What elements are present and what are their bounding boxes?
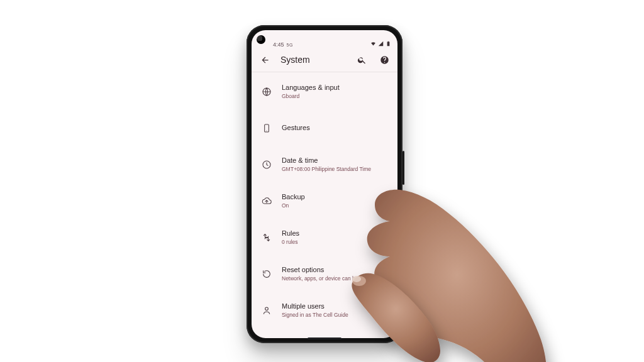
row-title: Date & time	[282, 156, 371, 165]
back-button[interactable]	[258, 53, 272, 67]
search-button[interactable]	[355, 53, 369, 67]
row-subtitle: Network, apps, or device can be reset	[282, 275, 372, 282]
signal-icon	[378, 41, 384, 48]
phone-screen: 4:45 5G System	[252, 30, 397, 338]
rules-icon	[260, 231, 273, 244]
front-camera	[257, 35, 265, 44]
row-subtitle: On	[282, 202, 305, 209]
svg-point-4	[265, 307, 269, 310]
gesture-icon	[260, 122, 273, 134]
cloud-upload-icon	[260, 195, 273, 207]
row-multiple-users[interactable]: Multiple users Signed in as The Cell Gui…	[252, 292, 397, 329]
row-subtitle: Signed in as The Cell Guide	[282, 312, 348, 319]
arrow-left-icon	[260, 55, 270, 65]
row-title: Gestures	[282, 124, 310, 133]
phone-frame: 4:45 5G System	[247, 25, 402, 343]
help-icon	[380, 55, 389, 65]
person-icon	[260, 304, 273, 317]
status-network-label: 5G	[287, 43, 293, 47]
row-date-time[interactable]: Date & time GMT+08:00 Philippine Standar…	[252, 146, 397, 183]
row-title: Reset options	[282, 266, 372, 275]
row-gestures[interactable]: Gestures	[252, 110, 397, 146]
clock-icon	[260, 158, 273, 171]
row-languages-input[interactable]: Languages & input Gboard	[252, 74, 397, 110]
home-indicator[interactable]	[308, 337, 341, 339]
row-title: Languages & input	[282, 84, 340, 92]
row-system-update[interactable]: System update Update available	[252, 329, 397, 338]
row-rules[interactable]: Rules 0 rules	[252, 219, 397, 256]
battery-icon	[386, 41, 391, 48]
row-reset-options[interactable]: Reset options Network, apps, or device c…	[252, 256, 397, 292]
status-bar: 4:45 5G	[252, 30, 397, 49]
row-backup[interactable]: Backup On	[252, 183, 397, 219]
app-bar: System	[252, 49, 397, 72]
globe-icon	[260, 85, 273, 98]
settings-list: Languages & input Gboard Gestures Date &…	[252, 72, 397, 338]
reset-icon	[260, 268, 273, 280]
help-button[interactable]	[377, 53, 391, 67]
status-time: 4:45	[273, 41, 284, 48]
wifi-icon	[370, 41, 376, 48]
row-subtitle: Gboard	[282, 93, 340, 100]
row-title: Rules	[282, 229, 299, 238]
row-subtitle: GMT+08:00 Philippine Standard Time	[282, 166, 371, 173]
page-title: System	[280, 55, 310, 65]
search-icon	[357, 55, 367, 65]
row-subtitle: 0 rules	[282, 239, 299, 246]
row-title: Multiple users	[282, 302, 348, 311]
row-title: Backup	[282, 193, 305, 202]
